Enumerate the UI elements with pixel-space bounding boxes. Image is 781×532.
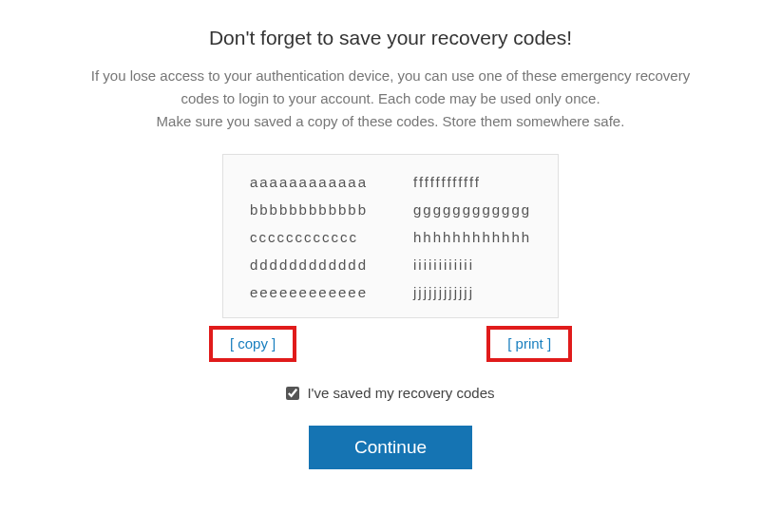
confirm-saved-row[interactable]: I've saved my recovery codes [286,385,494,401]
recovery-code: hhhhhhhhhhhh [413,229,531,245]
recovery-code: eeeeeeeeeeee [250,284,368,300]
print-highlight: [ print ] [486,326,572,362]
print-link[interactable]: [ print ] [507,335,551,352]
copy-link[interactable]: [ copy ] [230,335,276,352]
description-line-2: codes to login to your account. Each cod… [181,90,600,106]
description-line-3: Make sure you saved a copy of these code… [157,113,625,129]
recovery-code: bbbbbbbbbbbb [250,201,368,218]
recovery-code: dddddddddddd [250,256,368,273]
recovery-code: cccccccccccc [250,229,368,245]
page-title: Don't forget to save your recovery codes… [209,27,572,49]
code-actions-row: [ copy ] [ print ] [209,326,572,362]
codes-column-2: ffffffffffff gggggggggggg hhhhhhhhhhhh i… [413,174,531,300]
recovery-codes-box: aaaaaaaaaaaa bbbbbbbbbbbb cccccccccccc d… [222,154,559,318]
description-text: If you lose access to your authenticatio… [91,65,690,133]
codes-column-1: aaaaaaaaaaaa bbbbbbbbbbbb cccccccccccc d… [250,174,368,300]
recovery-code: gggggggggggg [413,201,531,218]
recovery-code: jjjjjjjjjjjj [413,284,531,300]
confirm-saved-checkbox[interactable] [286,387,299,400]
recovery-code: iiiiiiiiiiii [413,256,531,273]
description-line-1: If you lose access to your authenticatio… [91,67,690,84]
confirm-saved-label: I've saved my recovery codes [307,385,494,401]
recovery-code: aaaaaaaaaaaa [250,174,368,190]
continue-button[interactable]: Continue [309,426,472,469]
copy-highlight: [ copy ] [209,326,296,362]
recovery-code: ffffffffffff [413,174,531,190]
